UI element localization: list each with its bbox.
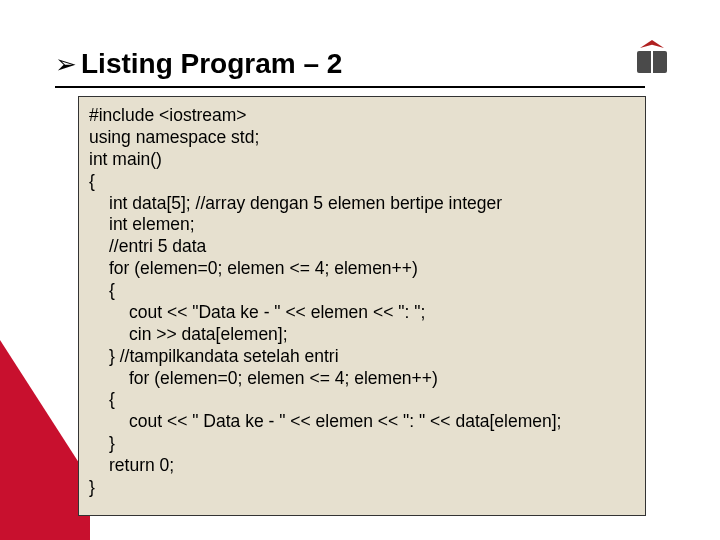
code-line: }	[89, 433, 635, 455]
code-line: cin >> data[elemen];	[89, 324, 635, 346]
decorative-red-shape	[0, 340, 90, 540]
code-line: return 0;	[89, 455, 635, 477]
slide-header: ➢ Listing Program – 2	[55, 48, 342, 80]
code-line: int data[5]; //array dengan 5 elemen ber…	[89, 193, 635, 215]
code-line: int main()	[89, 149, 635, 171]
brand-logo	[632, 40, 672, 84]
logo-body-icon	[632, 51, 672, 73]
code-line: }	[89, 477, 635, 499]
code-line: //entri 5 data	[89, 236, 635, 258]
bullet-arrow-icon: ➢	[55, 49, 77, 80]
title-underline	[55, 86, 645, 88]
code-line: cout << "Data ke - " << elemen << ": ";	[89, 302, 635, 324]
logo-top-icon	[640, 40, 664, 48]
code-line: } //tampilkandata setelah entri	[89, 346, 635, 368]
code-line: {	[89, 389, 635, 411]
code-line: {	[89, 280, 635, 302]
code-line: for (elemen=0; elemen <= 4; elemen++)	[89, 258, 635, 280]
code-line: cout << " Data ke - " << elemen << ": " …	[89, 411, 635, 433]
code-line: {	[89, 171, 635, 193]
code-line: int elemen;	[89, 214, 635, 236]
code-listing-box: #include <iostream> using namespace std;…	[78, 96, 646, 516]
slide-title: Listing Program – 2	[81, 48, 342, 80]
code-line: using namespace std;	[89, 127, 635, 149]
code-line: for (elemen=0; elemen <= 4; elemen++)	[89, 368, 635, 390]
code-line: #include <iostream>	[89, 105, 635, 127]
